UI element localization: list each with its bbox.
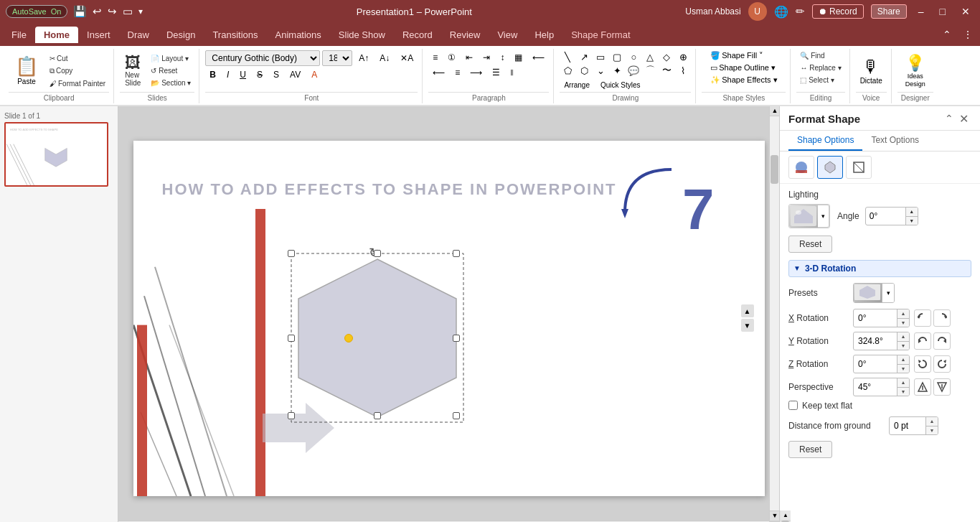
tab-slideshow[interactable]: Slide Show xyxy=(330,27,394,43)
shape-more[interactable]: ⊕ xyxy=(675,50,691,63)
lighting-reset-btn[interactable]: Reset xyxy=(788,236,832,253)
y-rotation-input[interactable] xyxy=(854,334,897,348)
copy-button[interactable]: ⧉Copy xyxy=(46,65,109,77)
perspective-down[interactable]: ▼ xyxy=(897,387,909,396)
distance-input[interactable] xyxy=(890,419,925,433)
tab-file[interactable]: File xyxy=(3,27,35,43)
tab-transitions[interactable]: Transitions xyxy=(204,27,266,43)
tab-insert[interactable]: Insert xyxy=(78,27,119,43)
distance-down[interactable]: ▼ xyxy=(926,426,938,434)
add-columns-btn[interactable]: ▦ xyxy=(510,50,527,65)
char-spacing-btn[interactable]: AV xyxy=(286,67,305,82)
lighting-dropdown-btn[interactable]: ▾ xyxy=(818,205,829,228)
perspective-increase-btn[interactable] xyxy=(914,378,931,396)
shape-fill-btn[interactable]: 🪣 Shape Fill ˅ xyxy=(708,50,765,61)
z-rotate-left-btn[interactable] xyxy=(914,355,931,373)
handle-yellow[interactable] xyxy=(344,334,353,342)
numbering-btn[interactable]: ① xyxy=(443,50,460,65)
shape-star[interactable]: ✦ xyxy=(609,64,625,77)
presets-button[interactable]: ▾ xyxy=(853,283,895,303)
slide-nav-up[interactable]: ▲ xyxy=(741,304,754,317)
hex-shape-container[interactable] xyxy=(288,252,467,424)
align-left-btn[interactable]: ⟵ xyxy=(428,65,449,80)
globe-icon[interactable]: 🌐 xyxy=(774,5,788,19)
z-rotation-input[interactable] xyxy=(854,357,897,371)
close-btn[interactable]: ✕ xyxy=(957,4,974,19)
size-icon-tab[interactable] xyxy=(846,156,872,179)
shape-rect[interactable]: ▭ xyxy=(593,50,608,63)
handle-mr[interactable] xyxy=(453,335,460,342)
find-button[interactable]: 🔍 Find xyxy=(796,50,828,61)
shape-effects-btn[interactable]: ✨ Shape Effects ▾ xyxy=(708,75,779,85)
line-spacing-btn[interactable]: ↕ xyxy=(496,50,509,65)
y-rotate-right-btn[interactable] xyxy=(933,332,951,350)
presentation-icon[interactable]: ▭ xyxy=(123,5,133,18)
lighting-preset-btn[interactable]: ▾ xyxy=(788,204,830,228)
shape-pentagon[interactable]: ⬠ xyxy=(560,64,575,77)
y-rotate-left-btn[interactable] xyxy=(914,332,931,350)
z-rotation-up[interactable]: ▲ xyxy=(897,355,909,364)
format-painter-button[interactable]: 🖌Format Painter xyxy=(46,78,109,89)
x-rotate-left-btn[interactable] xyxy=(914,309,931,327)
tab-home[interactable]: Home xyxy=(35,27,78,43)
handle-bl[interactable] xyxy=(288,412,295,419)
handle-tl[interactable] xyxy=(288,250,295,257)
design-ideas-button[interactable]: 💡 IdeasDesign xyxy=(897,50,933,92)
handle-tm[interactable] xyxy=(374,250,381,257)
record-btn[interactable]: ⏺ Record xyxy=(812,4,864,19)
fill-icon-tab[interactable] xyxy=(788,156,814,179)
shape-curve[interactable]: ⌒ xyxy=(642,64,658,77)
keep-text-flat-checkbox[interactable] xyxy=(788,401,798,410)
shape-chevron[interactable]: ⌄ xyxy=(593,64,608,77)
dictate-button[interactable]: 🎙 Dictate xyxy=(856,55,887,86)
maximize-btn[interactable]: □ xyxy=(936,4,950,19)
shape-scribble[interactable]: 〜 xyxy=(659,64,674,77)
shape-line[interactable]: ╲ xyxy=(560,50,575,63)
save-icon[interactable]: 💾 xyxy=(73,5,87,18)
tab-animations[interactable]: Animations xyxy=(267,27,330,43)
bullets-btn[interactable]: ≡ xyxy=(428,50,442,65)
align-right-btn[interactable]: ⟶ xyxy=(466,65,486,80)
tab-help[interactable]: Help xyxy=(526,27,562,43)
x-rotation-up[interactable]: ▲ xyxy=(897,309,909,318)
slide-thumbnail[interactable]: HOW TO ADD EFFECTS TO SHAPE xyxy=(4,122,108,187)
align-center-btn[interactable]: ≡ xyxy=(451,65,464,80)
shape-arrow[interactable]: ↗ xyxy=(576,50,592,63)
font-name-select[interactable]: Century Gothic (Body) xyxy=(205,50,320,66)
arrange-btn[interactable]: Arrange xyxy=(560,79,594,91)
x-rotate-right-btn[interactable] xyxy=(933,309,951,327)
pen-icon[interactable]: ✏ xyxy=(796,5,805,18)
more-icon[interactable]: ▾ xyxy=(138,6,143,17)
tab-draw[interactable]: Draw xyxy=(119,27,158,43)
angle-up-btn[interactable]: ▲ xyxy=(906,208,918,216)
x-rotation-down[interactable]: ▼ xyxy=(897,318,909,327)
replace-button[interactable]: ↔ Replace ▾ xyxy=(796,62,844,73)
canvas-vscrollbar[interactable]: ▲ ▼ xyxy=(769,106,779,521)
section-button[interactable]: 📂 Section ▾ xyxy=(147,78,194,88)
shape-callout[interactable]: 💬 xyxy=(626,64,641,77)
increase-font-btn[interactable]: A↑ xyxy=(354,51,373,65)
angle-input[interactable] xyxy=(866,209,905,223)
redo-icon[interactable]: ↪ xyxy=(108,5,117,18)
autosave-toggle[interactable]: AutoSave On xyxy=(6,5,67,18)
shape-freeform[interactable]: ⌇ xyxy=(675,64,691,77)
x-rotation-input[interactable] xyxy=(854,311,897,325)
underline-btn[interactable]: U xyxy=(235,67,250,82)
handle-ml[interactable] xyxy=(288,335,295,342)
distance-up[interactable]: ▲ xyxy=(926,417,938,426)
tab-review[interactable]: Review xyxy=(441,27,489,43)
shape-outline-btn[interactable]: ▭ Shape Outline ▾ xyxy=(708,62,778,73)
tab-view[interactable]: View xyxy=(489,27,526,43)
rotation-3d-header[interactable]: ▼ 3-D Rotation xyxy=(788,260,971,277)
handle-tr[interactable] xyxy=(453,250,460,257)
shape-oval[interactable]: ○ xyxy=(626,50,641,63)
tab-shape-options[interactable]: Shape Options xyxy=(788,131,862,151)
ribbon-display-btn[interactable]: ⋮ xyxy=(958,27,977,42)
panel-scroll-up[interactable]: ▲ xyxy=(781,511,791,521)
tab-text-options[interactable]: Text Options xyxy=(862,131,928,151)
ribbon-collapse-btn[interactable]: ⌃ xyxy=(938,27,956,42)
handle-bm[interactable] xyxy=(374,412,381,419)
justify-btn[interactable]: ☰ xyxy=(488,65,504,80)
perspective-up[interactable]: ▲ xyxy=(897,378,909,387)
handle-br[interactable] xyxy=(453,412,460,419)
